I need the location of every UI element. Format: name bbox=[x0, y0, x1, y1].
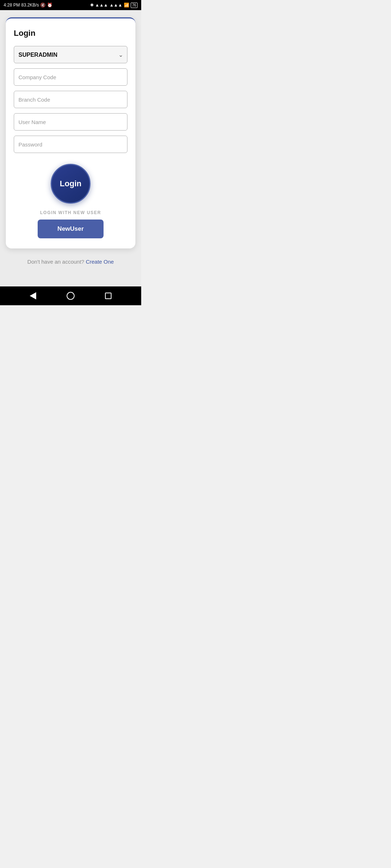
branch-code-input[interactable] bbox=[14, 91, 127, 108]
new-user-section-label: LOGIN WITH NEW USER bbox=[14, 210, 127, 215]
signal-icon-1: ▲▲▲ bbox=[95, 3, 108, 8]
login-button-wrapper: Login bbox=[14, 164, 127, 204]
recent-button[interactable] bbox=[105, 293, 112, 299]
company-code-input[interactable] bbox=[14, 68, 127, 86]
role-dropdown-wrapper[interactable]: SUPERADMIN ADMIN USER ⌄ bbox=[14, 46, 127, 63]
main-content: Login SUPERADMIN ADMIN USER ⌄ Login LOGI… bbox=[0, 10, 141, 286]
create-account-section: Don't have an account? Create One bbox=[28, 259, 114, 265]
alarm-icon: ⏰ bbox=[47, 3, 52, 8]
new-user-button[interactable]: NewUser bbox=[38, 220, 104, 238]
no-account-text: Don't have an account? bbox=[28, 259, 84, 265]
back-button[interactable] bbox=[30, 292, 36, 299]
wifi-icon: 📶 bbox=[124, 3, 129, 8]
login-card: Login SUPERADMIN ADMIN USER ⌄ Login LOGI… bbox=[6, 17, 135, 248]
username-input[interactable] bbox=[14, 113, 127, 131]
bluetooth-icon: ✱ bbox=[90, 3, 94, 8]
password-input[interactable] bbox=[14, 136, 127, 153]
mute-icon: 🔇 bbox=[40, 3, 46, 8]
status-bar-left: 4:28 PM 83.2KB/s 🔇 ⏰ bbox=[4, 3, 52, 8]
home-button[interactable] bbox=[67, 292, 75, 300]
create-one-link[interactable]: Create One bbox=[86, 259, 114, 265]
login-button[interactable]: Login bbox=[51, 164, 91, 204]
recent-icon bbox=[105, 293, 112, 299]
time-display: 4:28 PM bbox=[4, 3, 20, 8]
signal-icon-2: ▲▲▲ bbox=[109, 3, 122, 8]
network-speed: 83.2KB/s bbox=[21, 3, 39, 8]
battery-indicator: 76 bbox=[131, 3, 138, 8]
back-icon bbox=[30, 292, 36, 299]
role-dropdown[interactable]: SUPERADMIN ADMIN USER bbox=[14, 46, 127, 63]
status-bar: 4:28 PM 83.2KB/s 🔇 ⏰ ✱ ▲▲▲ ▲▲▲ 📶 76 bbox=[0, 0, 141, 10]
navigation-bar bbox=[0, 286, 141, 305]
status-bar-right: ✱ ▲▲▲ ▲▲▲ 📶 76 bbox=[90, 3, 138, 8]
home-icon bbox=[67, 292, 75, 300]
login-title: Login bbox=[14, 29, 127, 38]
